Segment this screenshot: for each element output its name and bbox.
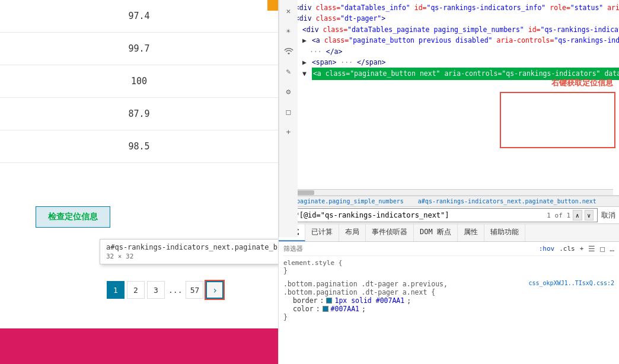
css-selector-2: .bottom.pagination .dt-pager a.previous,… <box>283 280 614 296</box>
css-rule-pagination: .bottom.pagination .dt-pager a.previous,… <box>283 280 614 321</box>
filter-label: 筛选器 <box>283 244 303 253</box>
html-tree: ▶ <div class="dataTables_info" id="qs-ra… <box>279 0 619 196</box>
css-close: } <box>283 267 614 275</box>
css-close-2: } <box>283 313 614 321</box>
data-row: 97.4 <box>0 0 278 33</box>
tooltip-selector: a#qs-rankings-indicators_next.paginate_b… <box>106 243 279 251</box>
filter-menu-icon[interactable]: ☰ <box>588 244 595 253</box>
breadcrumb-element[interactable]: a#qs-rankings-indicators_next.paginate_b… <box>418 198 596 205</box>
styles-panel: 筛选器 :hov .cls + ☰ □ … element.style { } … <box>279 242 619 364</box>
data-rows: 97.4 99.7 100 87.9 98.5 <box>0 0 278 163</box>
css-source-link[interactable]: css_okpXWJ1..TIsxQ.css:2 <box>529 280 615 286</box>
tab-accessibility[interactable]: 辅助功能 <box>484 224 525 241</box>
sidebar-icons: ✕ ☀ ✎ ⚙ □ + <box>279 0 298 237</box>
wifi-icon[interactable] <box>283 45 295 57</box>
info-overlay: 检查定位信息 <box>36 206 110 228</box>
filter-hov-button[interactable]: :hov <box>539 245 555 253</box>
css-property-color: color : #007AA1; <box>283 305 614 313</box>
left-panel: 97.4 99.7 100 87.9 98.5 a#qs-rankings-in… <box>0 0 279 364</box>
tree-line: ▶ <div class="dataTables_info" id="qs-ra… <box>283 2 614 13</box>
tree-line: ▶ <a class="paginate_button previous dis… <box>283 35 614 46</box>
tree-line: ▼ <div class="dt-pager"> <box>283 13 614 24</box>
color-swatch-color[interactable] <box>323 306 328 312</box>
page-57-button[interactable]: 57 <box>186 281 203 299</box>
orange-marker <box>267 0 278 11</box>
red-rect-overlay <box>500 92 615 148</box>
pagination: 1 2 3 ... 57 › <box>107 281 224 299</box>
page-3-button[interactable]: 3 <box>147 281 165 299</box>
edit-icon[interactable]: ✎ <box>283 65 295 77</box>
data-row: 87.9 <box>0 98 278 130</box>
breadcrumb-sep <box>407 198 414 205</box>
sun-icon[interactable]: ☀ <box>283 25 295 37</box>
tree-line: ▼ <div class="dataTables_paginate paging… <box>283 24 614 35</box>
filter-more-icon[interactable]: … <box>610 244 614 253</box>
css-element-style: element.style { } <box>283 258 614 275</box>
search-cancel-button[interactable]: 取消 <box>601 210 615 221</box>
element-tooltip: a#qs-rankings-indicators_next.paginate_b… <box>100 239 279 264</box>
devtools-tabs: 样式 已计算 布局 事件侦听器 DOM 断点 属性 辅助功能 <box>279 224 619 242</box>
tree-line: ··· </a> <box>283 46 614 57</box>
data-row: 99.7 <box>0 33 278 65</box>
tooltip-size: 32 × 32 <box>106 253 279 260</box>
info-overlay-text: 检查定位信息 <box>48 212 98 221</box>
tree-line: ▶ <span> ··· </span> <box>283 57 614 68</box>
search-next-btn[interactable]: ∨ <box>585 210 594 221</box>
filter-bar: 筛选器 :hov .cls + ☰ □ … <box>283 244 614 256</box>
tab-properties[interactable]: 属性 <box>458 224 484 241</box>
square-icon[interactable]: □ <box>283 106 295 117</box>
bottom-bar <box>0 328 278 364</box>
color-swatch-border[interactable] <box>326 298 332 304</box>
next-page-button[interactable]: › <box>206 281 224 299</box>
gear-icon[interactable]: ⚙ <box>283 85 295 97</box>
plus-icon[interactable]: + <box>283 126 295 138</box>
search-count: 1 of 1 <box>547 212 570 219</box>
red-annotation: 右键获取定位信息 <box>551 77 613 90</box>
tab-event-listeners[interactable]: 事件侦听器 <box>366 224 414 241</box>
css-property-border: border : 1px solid #007AA1; <box>283 296 614 305</box>
data-row: 98.5 <box>0 130 278 163</box>
tab-computed[interactable]: 已计算 <box>305 224 339 241</box>
breadcrumb-bar: ◄ paginate.paging_simple_numbers a#qs-ra… <box>279 196 619 207</box>
filter-add-button[interactable]: + <box>580 245 584 253</box>
search-bar: 1 of 1 ∧ ∨ 取消 <box>279 207 619 224</box>
breadcrumb-paginate[interactable]: paginate.paging_simple_numbers <box>296 198 404 205</box>
search-prev-btn[interactable]: ∧ <box>573 210 582 221</box>
devtools-panel: ▶ <div class="dataTables_info" id="qs-ra… <box>279 0 619 364</box>
search-input[interactable] <box>286 211 544 219</box>
page-dots: ... <box>167 286 183 295</box>
close-icon[interactable]: ✕ <box>283 5 295 17</box>
data-row: 100 <box>0 65 278 98</box>
tab-layout[interactable]: 布局 <box>339 224 366 241</box>
page-2-button[interactable]: 2 <box>127 281 145 299</box>
tab-dom-breakpoints[interactable]: DOM 断点 <box>414 224 458 241</box>
filter-inspect-icon[interactable]: □ <box>600 244 605 253</box>
horizontal-scrollbar[interactable] <box>279 189 613 195</box>
css-selector: element.style { <box>283 258 614 267</box>
page-1-button[interactable]: 1 <box>107 281 125 299</box>
filter-cls-button[interactable]: .cls <box>559 245 575 253</box>
search-input-wrapper: 1 of 1 ∧ ∨ <box>282 208 598 222</box>
